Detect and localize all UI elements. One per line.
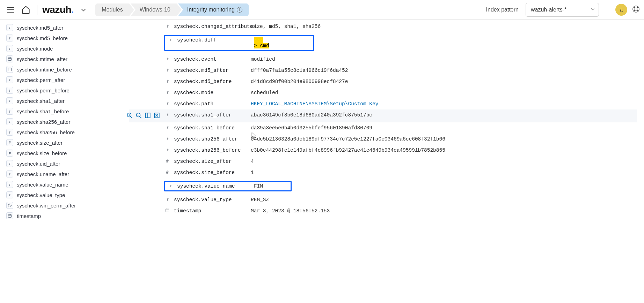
field-label: syscheck.sha1_after [17,98,65,104]
sidebar-field-syscheck-sha1-after[interactable]: tsyscheck.sha1_after [5,96,122,106]
filter-exists-button[interactable] [154,112,160,120]
sidebar-field-syscheck-sha256-after[interactable]: tsyscheck.sha256_after [5,116,122,127]
sidebar-field-syscheck-size-before[interactable]: #syscheck.size_before [5,148,122,158]
doc-row-syscheck-md5-after: tsyscheck.md5_afterdfff0a7fa1a55c8c1a496… [129,65,637,76]
avatar[interactable]: a [615,4,627,16]
field-value: --- > cmd [254,37,269,48]
sidebar-field-syscheck-uname-after[interactable]: tsyscheck.uname_after [5,169,122,179]
date-field-icon [6,55,13,62]
field-label: syscheck.size_before [17,150,67,156]
field-key: syscheck.changed_attributes [174,24,251,29]
doc-row-syscheck-path: tsyscheck.pathHKEY_LOCAL_MACHINE\SYSTEM\… [129,98,637,109]
sidebar-field-syscheck-perm-before[interactable]: tsyscheck.perm_before [5,85,122,96]
sidebar-field-syscheck-uid-after[interactable]: tsyscheck.uid_after [5,158,122,169]
field-label: syscheck.uid_after [17,161,60,167]
field-key: syscheck.md5_before [174,79,251,84]
chevron-down-icon [590,7,595,13]
text-type-icon: t [164,90,170,95]
sidebar-field-timestamp[interactable]: timestamp [5,211,122,221]
breadcrumb-modules[interactable]: Modules [95,3,129,16]
app-switcher-button[interactable] [79,5,88,15]
sidebar-field-syscheck-value-name[interactable]: tsyscheck.value_name [5,179,122,190]
logo-dot: . [71,4,74,15]
logo[interactable]: wazuh. [42,4,74,15]
hamburger-menu-button[interactable] [4,3,17,16]
field-key: syscheck.mode [174,90,251,96]
filter-for-value-button[interactable] [126,112,133,120]
top-nav: wazuh. Modules Windows-10 Integrity moni… [0,0,644,20]
info-icon[interactable]: i [237,7,242,13]
divider [604,5,604,15]
index-pattern-select[interactable]: wazuh-alerts-* [526,3,599,17]
sidebar-field-syscheck-md5-after[interactable]: tsyscheck.md5_after [5,22,122,33]
field-label: syscheck.mode [17,46,53,52]
doc-row-syscheck-event: tsyscheck.eventmodified [129,54,637,65]
field-value: 04dc5b2136328a0dcb189df97734c7c72e5e1227… [251,136,445,142]
lifebuoy-icon [632,5,640,13]
text-type-icon: t [164,101,170,106]
document-content: tsyscheck.changed_attributessize, md5, s… [122,20,644,230]
svg-point-1 [635,8,637,10]
highlighted-field: tsyscheck.value_nameFIM [164,181,292,191]
field-label: syscheck.value_name [17,182,68,188]
sidebar-field-syscheck-win-perm-after[interactable]: syscheck.win_perm_after [5,200,122,211]
hamburger-icon [7,7,14,13]
sidebar-field-syscheck-mtime-before[interactable]: syscheck.mtime_before [5,64,122,75]
field-value: Mar 3, 2023 @ 18:56:52.153 [251,208,330,214]
sidebar-field-syscheck-mode[interactable]: tsyscheck.mode [5,43,122,54]
doc-row-syscheck-diff: tsyscheck.diff--- > cmd [129,32,637,54]
field-key: syscheck.md5_after [174,68,251,73]
field-label: syscheck.win_perm_after [17,203,76,209]
svg-rect-10 [166,209,169,212]
field-value: da39a3ee5e6b4b0d3255bfef95601890afd80709 [251,125,372,131]
toggle-column-button[interactable] [145,112,151,120]
svg-rect-5 [8,214,12,217]
sidebar-field-syscheck-md5-before[interactable]: tsyscheck.md5_before [5,33,122,43]
sidebar-field-syscheck-perm-after[interactable]: tsyscheck.perm_after [5,75,122,85]
sidebar-field-syscheck-value-type[interactable]: tsyscheck.value_type [5,190,122,200]
home-button[interactable] [20,3,32,16]
sidebar-field-syscheck-sha1-before[interactable]: tsyscheck.sha1_before [5,106,122,116]
text-type-icon: t [164,24,170,29]
number-type-icon: # [164,170,170,175]
doc-row-syscheck-sha1-before: tsyscheck.sha1_beforeda39a3ee5e6b4b0d325… [129,122,637,134]
text-type-icon: t [164,68,170,73]
sidebar-field-syscheck-sha256-before[interactable]: tsyscheck.sha256_before [5,127,122,137]
avatar-letter: a [620,7,623,13]
svg-rect-2 [8,58,12,60]
breadcrumb-integrity-monitoring[interactable]: Integrity monitoring i [178,3,249,16]
home-icon [21,5,30,14]
field-key: syscheck.event [174,56,251,62]
text-field-icon: t [6,45,13,52]
breadcrumb-label: Modules [102,7,123,13]
index-pattern-value: wazuh-alerts-* [531,7,566,13]
field-value: size, md5, sha1, sha256 [251,24,321,29]
field-value: dfff0a7fa1a55c8c1a4966c19f6da452 [251,68,348,73]
field-value: e3b0c44298fc1c149afbf4c8996fb92427ae41e4… [251,147,445,153]
field-value[interactable]: HKEY_LOCAL_MACHINE\SYSTEM\Setup\Custom K… [251,101,378,107]
news-feed-button[interactable] [632,5,640,14]
text-field-icon: t [6,181,13,188]
breadcrumb-label: Windows-10 [140,7,170,13]
breadcrumb-label: Integrity monitoring [187,7,235,13]
divider [37,5,37,15]
text-type-icon: t [167,183,174,188]
field-key: syscheck.sha1_after [174,112,251,118]
field-label: syscheck.sha256_after [17,119,70,125]
doc-row-syscheck-mode: tsyscheck.modescheduled [129,87,637,98]
date-type-icon [164,208,170,213]
breadcrumb-agent[interactable]: Windows-10 [131,3,177,16]
field-key: syscheck.size_after [174,159,251,164]
sidebar-field-syscheck-size-after[interactable]: #syscheck.size_after [5,137,122,148]
field-value: REG_SZ [251,197,269,203]
field-label: syscheck.mtime_after [17,56,67,62]
text-type-icon: t [164,197,170,202]
text-field-icon: t [6,118,13,125]
text-type-icon: t [164,136,170,141]
index-pattern-label: Index pattern [486,7,519,13]
filter-out-value-button[interactable] [136,112,142,120]
field-key: syscheck.value_type [174,197,251,203]
doc-row-syscheck-sha256-before: tsyscheck.sha256_beforee3b0c44298fc1c149… [129,145,637,156]
sidebar-field-syscheck-mtime-after[interactable]: syscheck.mtime_after [5,54,122,64]
breadcrumb: Modules Windows-10 Integrity monitoring … [95,0,249,19]
